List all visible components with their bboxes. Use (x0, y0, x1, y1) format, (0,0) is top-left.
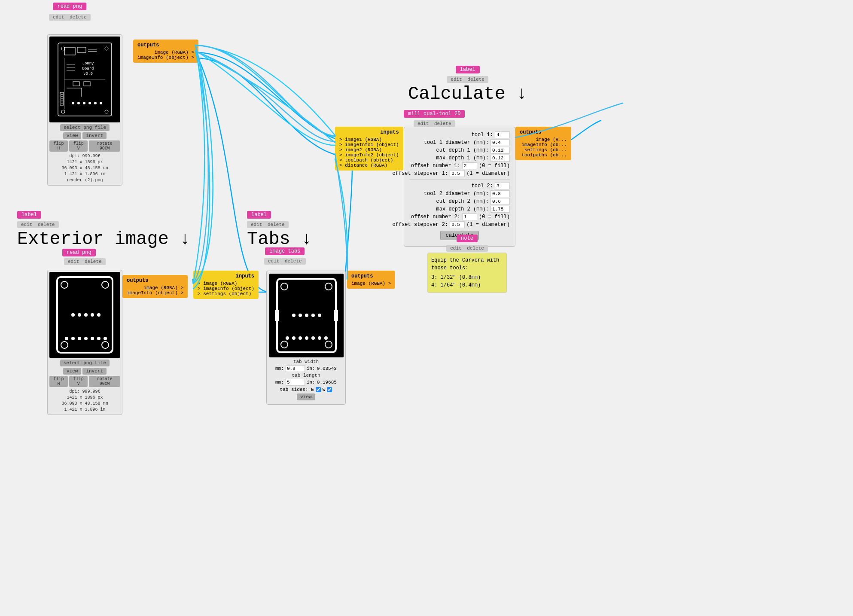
tool1-diam-input[interactable] (490, 139, 510, 146)
edit-exterior-btn[interactable]: edit (21, 222, 32, 227)
offset2-label: offset number 2: (411, 214, 460, 220)
tool1-input[interactable] (495, 131, 510, 138)
outputs-bottom-line1: image (RGBA) > (127, 285, 183, 290)
view-top-btn[interactable]: view (63, 132, 81, 139)
delete-tabs-btn[interactable]: delete (268, 222, 285, 227)
tool2-input[interactable] (495, 183, 510, 189)
delete-top-btn[interactable]: delete (70, 15, 87, 20)
inputs-mill-line1: > image1 (RGBA) (339, 137, 399, 142)
max1-label: max depth 1 (mm): (436, 155, 489, 161)
flip-h-top-btn[interactable]: flip H (49, 140, 68, 152)
svg-point-15 (100, 102, 102, 104)
tab-width-label: tab width (269, 359, 343, 364)
svg-point-14 (94, 102, 97, 104)
max2-input[interactable] (490, 206, 510, 213)
delete-bottom-btn[interactable]: delete (85, 259, 102, 264)
outputs-mill-title: outputs (520, 129, 567, 135)
inputs-mill-line6: > distance (RGBA) (339, 163, 399, 168)
delete-tabs-node-btn[interactable]: delete (285, 259, 302, 264)
outputs-bottom-title: outputs (127, 278, 183, 284)
tab-sides-w-checkbox[interactable] (327, 387, 332, 392)
delete-mill-btn[interactable]: delete (434, 121, 451, 126)
select-png-bottom-btn[interactable]: select png file (60, 360, 110, 366)
invert-top-btn[interactable]: invert (82, 132, 107, 139)
offset1-note: (0 = fill) (479, 163, 510, 169)
tab-width-mm-input[interactable] (286, 365, 305, 372)
tab-length-mm-label: mm: (275, 380, 284, 385)
svg-point-10 (72, 102, 74, 104)
svg-point-47 (91, 337, 94, 340)
stepover1-note: (1 = diameter) (466, 171, 510, 177)
svg-rect-1 (64, 47, 75, 55)
view-tabs-btn[interactable]: view (297, 393, 315, 400)
offset2-input[interactable] (462, 213, 477, 220)
svg-point-54 (325, 283, 332, 290)
edit-mill-btn[interactable]: edit (417, 121, 429, 126)
rotate-top-btn[interactable]: rotate 90CW (89, 140, 120, 152)
image-tabs-body: tab width mm: in: 0.03543 tab length mm:… (266, 271, 346, 405)
rotate-bottom-btn[interactable]: rotate 90CW (89, 376, 120, 387)
svg-point-61 (318, 314, 321, 317)
tab-length-mm-input[interactable] (286, 379, 305, 386)
view-bottom-btn[interactable]: view (63, 368, 81, 375)
stepover1-input[interactable] (450, 170, 465, 177)
delete-calculate-btn[interactable]: delete (467, 77, 484, 82)
read-png-top-tag: read png (53, 3, 87, 10)
flip-v-top-btn[interactable]: flip V (69, 140, 88, 152)
select-png-top-btn[interactable]: select png file (60, 124, 110, 131)
cut2-input[interactable] (490, 198, 510, 205)
offset1-input[interactable] (462, 162, 477, 169)
edit-bottom-btn[interactable]: edit (68, 259, 79, 264)
inputs-mill-line4: > imageInfo2 (object) (339, 152, 399, 158)
svg-point-44 (71, 337, 75, 340)
svg-point-59 (305, 314, 308, 317)
edit-note-btn[interactable]: edit (450, 246, 461, 251)
tab-sides-w-label: W (323, 387, 326, 392)
exterior-pcb-preview (49, 272, 120, 358)
svg-point-63 (292, 336, 296, 340)
tool1-diam-label: tool 1 diameter (mm): (424, 140, 489, 146)
stepover1-label: offset stepover 1: (393, 171, 448, 177)
delete-exterior-btn[interactable]: delete (38, 222, 55, 227)
flip-h-bottom-btn[interactable]: flip H (49, 376, 68, 387)
edit-tabs-node-btn[interactable]: edit (268, 259, 279, 264)
svg-point-13 (88, 102, 91, 104)
tool2-diam-input[interactable] (490, 190, 510, 197)
image-tabs-tag: image tabs (265, 247, 305, 255)
svg-rect-2 (77, 47, 86, 52)
svg-point-42 (97, 313, 101, 317)
delete-note-btn[interactable]: delete (467, 246, 484, 251)
tool2-diam-label: tool 2 diameter (mm): (424, 191, 489, 197)
max1-input[interactable] (490, 155, 510, 162)
flip-v-bottom-btn[interactable]: flip V (69, 376, 88, 387)
mill-node-body: tool 1: tool 1 diameter (mm): cut depth … (404, 127, 515, 247)
svg-point-45 (78, 337, 81, 340)
tab-sides-e-checkbox[interactable] (316, 387, 321, 392)
svg-point-67 (318, 336, 321, 340)
inputs-mill-line2: > imageInfo1 (object) (339, 142, 399, 147)
svg-text:v0.0: v0.0 (83, 72, 93, 76)
tab-width-mm-label: mm: (275, 366, 284, 371)
invert-bottom-btn[interactable]: invert (82, 368, 107, 375)
svg-point-23 (105, 110, 108, 113)
svg-point-56 (325, 341, 332, 348)
offset2-note: (0 = fill) (479, 214, 510, 220)
svg-point-68 (324, 336, 328, 340)
svg-point-53 (281, 283, 288, 290)
svg-point-43 (65, 337, 68, 340)
edit-top-btn[interactable]: edit (53, 15, 64, 20)
outputs-bottom-box: outputs image (RGBA) > imageInfo (object… (122, 275, 188, 298)
stepover2-note: (1 = diameter) (466, 222, 510, 228)
edit-calculate-btn[interactable]: edit (451, 77, 462, 82)
svg-point-35 (102, 281, 109, 288)
outputs-top-line2: imageInfo (object) > (137, 55, 194, 60)
cut1-input[interactable] (490, 147, 510, 154)
tab-length-in-val: 0.19685 (317, 380, 337, 385)
tab-sides-label: tab sides: E (280, 387, 314, 392)
edit-tabs-btn[interactable]: edit (251, 222, 262, 227)
svg-point-11 (77, 102, 80, 104)
stepover2-input[interactable] (450, 221, 465, 228)
label-calculate-group: label edit delete Calculate ↓ (408, 65, 527, 104)
svg-text:Jonny: Jonny (82, 61, 94, 66)
inputs-tabs-title: inputs (198, 273, 254, 279)
